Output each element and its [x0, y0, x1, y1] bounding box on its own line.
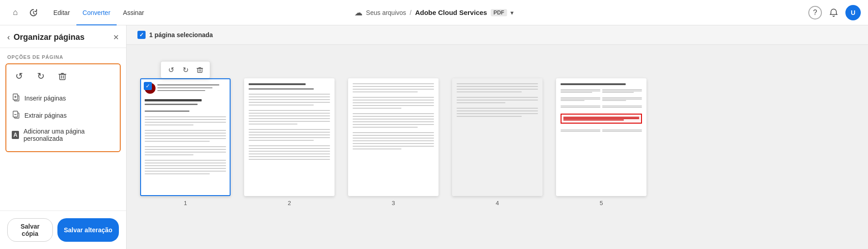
page-number-1: 1 — [184, 200, 187, 206]
menu-converter[interactable]: Converter — [76, 0, 117, 25]
save-changes-button[interactable]: Salvar alteração — [57, 218, 119, 242]
page1-redo-button[interactable]: ↻ — [179, 63, 192, 76]
insert-pages-item[interactable]: Inserir páginas — [12, 90, 114, 107]
add-custom-page-label: Adicionar uma página personalizada — [24, 128, 114, 142]
svg-rect-0 — [60, 74, 65, 80]
page-thumbnail-2[interactable] — [244, 78, 335, 196]
breadcrumb-folder[interactable]: Seus arquivos — [366, 9, 406, 16]
page-thumb-container-2: 2 — [244, 78, 335, 206]
page5-content — [557, 79, 646, 195]
undo-button[interactable]: ↺ — [12, 69, 26, 83]
sidebar-title: Organizar páginas — [14, 33, 85, 42]
thumbnails-area: ↺ ↻ ✓ — [127, 45, 868, 249]
extract-pages-label: Extrair páginas — [24, 112, 66, 119]
page4-content — [453, 79, 542, 195]
sidebar-close-button[interactable]: ✕ — [113, 33, 119, 42]
insert-pages-icon — [12, 93, 20, 103]
home-button[interactable]: ⌂ — [7, 5, 24, 21]
page2-content — [245, 79, 334, 195]
cloud-icon: ☁ — [354, 8, 363, 18]
page-thumb-container-1: ↺ ↻ ✓ — [140, 58, 231, 206]
main-content: ✓ 1 página selecionada ↺ ↻ — [127, 25, 868, 249]
page-thumb-container-5: 5 — [556, 78, 646, 206]
icon-actions-row: ↺ ↻ — [12, 69, 114, 83]
sidebar: ‹ Organizar páginas ✕ OPÇÕES DE PÁGINA ↺… — [0, 25, 127, 249]
add-custom-page-icon: A — [12, 131, 19, 139]
history-button[interactable] — [25, 5, 42, 21]
top-menu: Editar Converter Assinar — [47, 0, 151, 25]
pdf-badge: PDF — [491, 9, 507, 16]
page-thumbnail-3[interactable] — [348, 78, 439, 196]
page-thumb-container-3: 3 — [348, 78, 439, 206]
redo-button[interactable]: ↻ — [33, 69, 48, 83]
selection-badge: ✓ 1 página selecionada — [137, 31, 213, 39]
content-header: ✓ 1 página selecionada — [127, 25, 868, 45]
page-number-5: 5 — [599, 200, 603, 206]
menu-assinar[interactable]: Assinar — [117, 0, 151, 25]
nav-right: ? U — [808, 5, 861, 21]
sidebar-header: ‹ Organizar páginas ✕ — [0, 25, 126, 48]
insert-pages-label: Inserir páginas — [24, 95, 66, 102]
svg-rect-2 — [13, 111, 18, 117]
page1-checkbox[interactable]: ✓ — [144, 82, 152, 90]
page-thumb-container-4: 4 — [452, 78, 542, 206]
page1-content — [141, 79, 230, 195]
breadcrumb: ☁ Seus arquivos / Adobe Cloud Services P… — [354, 8, 514, 18]
page-1-wrapper: ↺ ↻ ✓ — [140, 78, 231, 196]
document-name: Adobe Cloud Services — [415, 9, 487, 16]
top-navigation: ⌂ Editar Converter Assinar ☁ Seus arquiv… — [0, 0, 868, 25]
sidebar-footer: Salvar cópia Salvar alteração — [0, 211, 126, 249]
page-thumbnail-4[interactable] — [452, 78, 542, 196]
help-button[interactable]: ? — [808, 6, 822, 19]
notifications-button[interactable] — [826, 5, 842, 21]
save-copy-button[interactable]: Salvar cópia — [7, 218, 53, 242]
page-number-3: 3 — [392, 200, 395, 206]
red-highlight — [561, 114, 642, 124]
avatar[interactable]: U — [845, 5, 861, 20]
doc-menu-chevron[interactable]: ▾ — [510, 9, 514, 16]
breadcrumb-separator: / — [410, 9, 411, 16]
selected-count: 1 página selecionada — [149, 31, 213, 38]
page3-content — [349, 79, 438, 195]
check-icon: ✓ — [137, 31, 146, 39]
extract-pages-icon — [12, 110, 20, 120]
page-thumbnail-5[interactable] — [556, 78, 646, 196]
page1-delete-button[interactable] — [193, 63, 206, 76]
menu-editar[interactable]: Editar — [47, 0, 76, 25]
main-layout: ‹ Organizar páginas ✕ OPÇÕES DE PÁGINA ↺… — [0, 25, 868, 249]
page-thumbnail-1[interactable]: ✓ — [140, 78, 231, 196]
sidebar-back-button[interactable]: ‹ — [7, 33, 10, 42]
page-number-2: 2 — [288, 200, 291, 206]
delete-button[interactable] — [55, 69, 70, 83]
svg-rect-3 — [198, 68, 202, 72]
page1-undo-button[interactable]: ↺ — [165, 63, 177, 76]
extract-pages-item[interactable]: Extrair páginas — [12, 107, 114, 124]
page-options-box: ↺ ↻ — [5, 63, 121, 152]
page-number-4: 4 — [495, 200, 499, 206]
page-options-label: OPÇÕES DE PÁGINA — [0, 48, 126, 63]
page-1-toolbar: ↺ ↻ — [160, 61, 210, 78]
add-custom-page-item[interactable]: A Adicionar uma página personalizada — [12, 124, 114, 146]
